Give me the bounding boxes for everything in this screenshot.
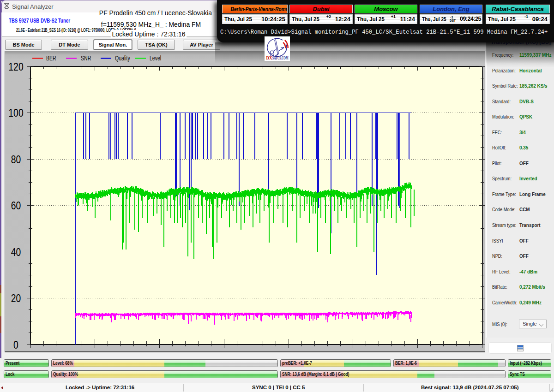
svg-text:DX: DX — [266, 56, 272, 60]
svg-text:60: 60 — [11, 199, 21, 212]
svg-text:40: 40 — [11, 245, 21, 258]
svg-text:SATCS.COM: SATCS.COM — [272, 56, 289, 60]
svg-text:120: 120 — [8, 60, 23, 73]
svg-text:0: 0 — [13, 338, 18, 351]
svg-text:100: 100 — [8, 107, 23, 119]
svg-text:20: 20 — [11, 292, 21, 305]
svg-text:80: 80 — [11, 153, 21, 166]
